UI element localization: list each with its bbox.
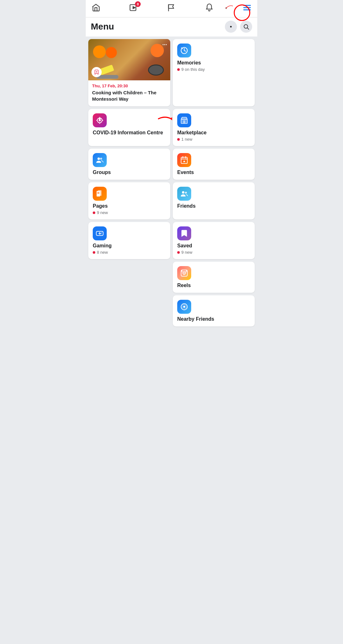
svg-point-48 [183, 306, 185, 308]
video-nav-icon[interactable]: 8 [129, 3, 138, 14]
saved-icon [177, 226, 191, 240]
svg-rect-20 [183, 120, 185, 124]
marketplace-label: Marketplace [177, 130, 250, 136]
marketplace-badge: 1 new [177, 137, 250, 142]
events-card[interactable]: Events [173, 149, 255, 180]
pages-card[interactable]: Pages 9 new [88, 182, 170, 219]
nearby-friends-label: Nearby Friends [177, 316, 250, 322]
groups-icon [93, 153, 107, 167]
covid-icon [93, 113, 107, 127]
video-badge: 8 [135, 1, 141, 7]
pages-dot [93, 211, 95, 214]
home-nav-icon[interactable] [91, 3, 100, 14]
saved-label: Saved [177, 243, 250, 249]
hamburger-nav-icon[interactable] [243, 3, 252, 14]
event-card-body: Thu, 17 Feb, 20:30 Cooking with Children… [88, 80, 170, 106]
svg-point-45 [186, 270, 187, 271]
friends-icon [177, 187, 191, 201]
svg-marker-1 [133, 7, 135, 9]
svg-point-34 [182, 191, 185, 194]
flag-nav-icon[interactable] [167, 3, 176, 14]
svg-marker-22 [170, 117, 172, 120]
pages-badge: 9 new [93, 210, 166, 215]
menu-grid: ··· Thu, 17 Feb, 20:30 Cooking with Chil… [86, 37, 257, 329]
event-title: Cooking with Children – The Montessori W… [92, 90, 166, 102]
saved-badge: 9 new [177, 250, 250, 255]
svg-point-24 [100, 158, 102, 160]
svg-point-40 [101, 233, 101, 234]
friends-card[interactable]: Friends [173, 182, 255, 219]
marketplace-dot [177, 138, 180, 141]
svg-point-14 [99, 119, 101, 122]
more-dots[interactable]: ··· [162, 42, 167, 48]
svg-point-44 [181, 270, 182, 271]
memories-badge: 9 on this day [177, 67, 250, 72]
event-card[interactable]: ··· Thu, 17 Feb, 20:30 Cooking with Chil… [88, 39, 170, 106]
pages-icon [93, 187, 107, 201]
svg-line-9 [247, 28, 249, 30]
reels-card[interactable]: Reels [173, 262, 255, 293]
memories-icon [177, 44, 191, 57]
gaming-icon [93, 226, 107, 240]
pages-label: Pages [93, 203, 166, 209]
events-icon [177, 153, 191, 167]
gaming-dot [93, 251, 95, 254]
saved-card[interactable]: Saved 9 new [173, 222, 255, 259]
svg-point-35 [185, 192, 187, 194]
marketplace-card[interactable]: Marketplace 1 new [173, 109, 255, 146]
gaming-label: Gaming [93, 243, 166, 249]
svg-rect-21 [181, 117, 187, 119]
svg-marker-29 [183, 160, 185, 163]
covid-label: COVID-19 Information Centre [93, 130, 166, 136]
event-bookmark[interactable] [91, 67, 102, 77]
svg-rect-31 [98, 190, 102, 196]
bell-nav-icon[interactable] [205, 3, 214, 14]
saved-dot [177, 251, 180, 254]
gaming-badge: 8 new [93, 250, 166, 255]
covid-card[interactable]: COVID-19 Information Centre [88, 109, 170, 146]
event-image: ··· [88, 39, 170, 80]
gear-button[interactable] [225, 21, 237, 33]
svg-marker-6 [225, 8, 227, 9]
hamburger-arrow-annotation [225, 3, 234, 12]
reels-label: Reels [177, 283, 250, 288]
page-title: Menu [91, 22, 114, 32]
gaming-card[interactable]: Gaming 8 new [88, 222, 170, 259]
svg-point-7 [230, 26, 232, 28]
search-button[interactable] [240, 21, 252, 33]
header-actions [225, 21, 252, 33]
svg-point-39 [101, 232, 102, 233]
nearby-friends-icon [177, 300, 191, 314]
reels-icon [177, 266, 191, 280]
marketplace-icon [177, 113, 191, 127]
event-date: Thu, 17 Feb, 20:30 [92, 84, 166, 88]
svg-point-23 [98, 158, 100, 160]
friends-label: Friends [177, 203, 250, 209]
groups-label: Groups [93, 170, 166, 175]
svg-point-43 [184, 272, 185, 273]
top-nav: 8 [86, 0, 257, 17]
memories-card[interactable]: Memories 9 on this day [173, 39, 255, 106]
memories-dot [177, 68, 180, 71]
page-header: Menu [86, 17, 257, 37]
groups-card[interactable]: Groups [88, 149, 170, 180]
nearby-friends-card[interactable]: Nearby Friends [173, 295, 255, 326]
memories-label: Memories [177, 60, 250, 66]
events-label: Events [177, 170, 250, 175]
